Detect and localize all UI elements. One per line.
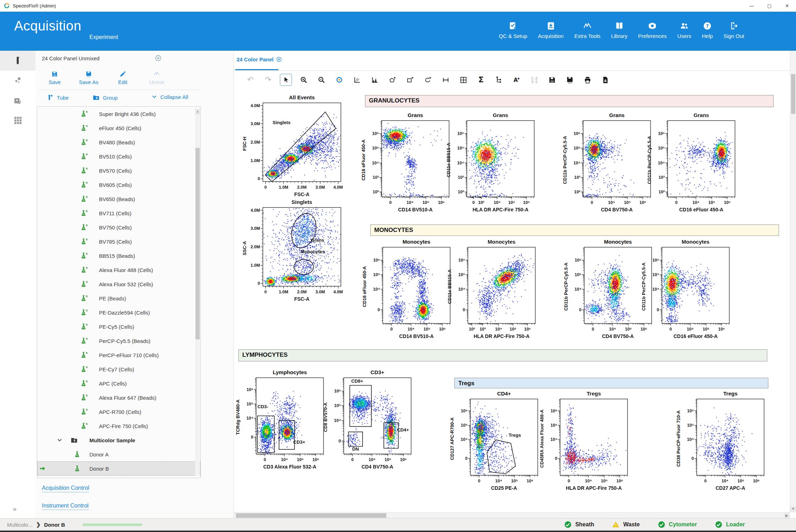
flow-plot-canvas[interactable] — [370, 119, 452, 211]
tube-row-bb515-beads[interactable]: RBB515 (Beads) — [37, 249, 200, 263]
scrollbar-thumb[interactable] — [195, 148, 200, 339]
tool-rectangle-gate-icon[interactable] — [404, 74, 416, 86]
flow-plot-canvas[interactable] — [571, 119, 653, 211]
tube-row-bv650-beads[interactable]: RBV650 (Beads) — [37, 192, 200, 206]
tube-row-super-bright-436-cells[interactable]: RSuper Bright 436 (Cells) — [37, 107, 200, 121]
tool-save-worksheet-as-icon[interactable] — [564, 74, 576, 86]
nav-users[interactable]: Users — [678, 21, 691, 39]
tube-row-pe-cy7-cells[interactable]: RPE-Cy7 (Cells) — [37, 362, 200, 376]
horizontal-scrollbar-thumb[interactable] — [236, 513, 386, 518]
tube-row-efluor-450-cells[interactable]: ReFluor 450 (Cells) — [37, 121, 200, 135]
add-tube-button[interactable]: Tube — [46, 94, 69, 101]
instrument-control-link[interactable]: Instrument Control — [42, 503, 89, 510]
add-group-button[interactable]: Group — [92, 94, 118, 101]
tube-row-bv785-cells[interactable]: RBV785 (Cells) — [37, 234, 200, 249]
tab-24-color-panel[interactable]: 24 Color Panel — [237, 56, 282, 62]
tool-statistics-icon[interactable]: Σ — [475, 74, 487, 86]
tool-interval-gate-icon[interactable] — [440, 74, 452, 86]
rail-item-experiment-tube-icon[interactable] — [0, 51, 35, 71]
tool-polygon-gate-icon[interactable] — [386, 74, 398, 86]
flow-plot-canvas[interactable] — [456, 246, 538, 338]
scrollbar-up-arrow[interactable]: ▲ — [195, 109, 200, 115]
tool-scatter-plot-icon[interactable] — [351, 74, 363, 86]
section-banner-lymphocytes[interactable]: LYMPHOCYTES — [238, 349, 767, 361]
flow-plot-canvas[interactable] — [371, 246, 453, 338]
tube-row-donor-b[interactable]: Donor B — [37, 461, 200, 476]
flow-plot-canvas[interactable] — [650, 246, 732, 338]
horizontal-scrollbar[interactable]: ▶ — [234, 512, 790, 519]
tube-row-percp-efluor-710-cells[interactable]: RPerCP-eFluor 710 (Cells) — [37, 348, 200, 362]
edit-button[interactable]: Edit — [108, 66, 138, 89]
tube-row-donor-a[interactable]: Donor A — [37, 447, 200, 461]
rail-collapse-chevron[interactable]: » — [13, 505, 17, 513]
maximize-button[interactable]: ▢ — [761, 0, 778, 11]
flow-plot-canvas[interactable] — [455, 119, 537, 211]
tool-dot-plot-icon[interactable] — [333, 74, 345, 86]
tube-row-alexa-fluor-647-beads[interactable]: RAlexa Fluor 647 (Beads) — [37, 390, 200, 405]
tool-hierarchy-icon[interactable] — [493, 74, 505, 86]
rail-item-module-icon[interactable] — [0, 90, 35, 110]
nav-extra-tools[interactable]: Extra Tools — [574, 21, 601, 39]
vertical-scrollbar-thumb[interactable] — [791, 74, 795, 114]
flow-plot-canvas[interactable] — [656, 119, 738, 211]
tool-zoom-out-icon[interactable] — [315, 74, 327, 86]
tube-row-percp-cy5-5-beads[interactable]: RPerCP-Cy5.5 (Beads) — [37, 334, 200, 348]
tube-row-bv711-cells[interactable]: RBV711 (Cells) — [37, 206, 200, 220]
tube-row-pe-cy5-cells[interactable]: RPE-Cy5 (Cells) — [37, 320, 200, 334]
status-sheath[interactable]: Sheath — [564, 521, 594, 528]
tube-row-bv750-cells[interactable]: RBV750 (Cells) — [37, 220, 200, 234]
rail-item-dots-icon[interactable] — [0, 71, 35, 90]
flow-plot-canvas[interactable] — [548, 398, 630, 489]
tube-row-apc-fire-750-cells[interactable]: RAPC-Fire 750 (Cells) — [37, 419, 200, 433]
tube-row-alexa-fluor-488-cells[interactable]: RAlexa Fluor 488 (Cells) — [37, 263, 200, 277]
acquisition-control-link[interactable]: Acquisition Control — [42, 485, 89, 492]
flow-plot-canvas[interactable] — [244, 376, 326, 468]
tube-row-bv510-cells[interactable]: RBV510 (Cells) — [37, 149, 200, 164]
chevron-down-icon[interactable] — [56, 437, 63, 443]
collapse-all-button[interactable]: Collapse All — [151, 94, 188, 100]
tool-export-pdf-icon[interactable]: A — [599, 74, 611, 86]
tool-pointer-icon[interactable] — [280, 74, 292, 86]
scrollbar-down-arrow[interactable]: ▼ — [790, 506, 796, 512]
tool-add-text-icon[interactable]: A — [510, 74, 523, 86]
scrollbar-right-arrow[interactable]: ▶ — [784, 513, 790, 518]
tube-row-bv570-cells[interactable]: RBV570 (Cells) — [37, 164, 200, 178]
tool-zoom-in-icon[interactable] — [298, 74, 310, 86]
tool-quad-gate-icon[interactable] — [457, 74, 469, 86]
nav-help[interactable]: ?Help — [702, 21, 713, 39]
section-banner-monocytes[interactable]: MONOCYTES — [370, 225, 779, 236]
close-button[interactable]: ✕ — [778, 0, 796, 11]
status-waste[interactable]: Waste — [612, 521, 640, 528]
status-cytometer[interactable]: Cytometer — [658, 521, 697, 528]
tool-ellipse-gate-icon[interactable] — [422, 74, 434, 86]
tube-row-apc-cells[interactable]: RAPC (Cells) — [37, 376, 200, 390]
nav-qc-setup[interactable]: QC & Setup — [499, 21, 527, 39]
flow-plot-canvas[interactable] — [332, 376, 414, 468]
tool-print-icon[interactable] — [581, 74, 593, 86]
tool-save-worksheet-icon[interactable] — [546, 74, 558, 86]
minimize-button[interactable]: — — [743, 0, 761, 11]
flow-plot-canvas[interactable] — [685, 398, 767, 489]
save-button[interactable]: Save — [40, 66, 70, 89]
tube-row-pe-dazzle594-cells[interactable]: RPE-Dazzle594 (Cells) — [37, 305, 200, 320]
tool-histogram-icon[interactable] — [369, 74, 381, 86]
nav-sign-out[interactable]: Sign Out — [724, 21, 744, 39]
breadcrumb-parent[interactable]: Multicolo... — [7, 522, 33, 528]
section-banner-tregs[interactable]: Tregs — [454, 378, 768, 388]
save-as-button[interactable]: Save As — [74, 66, 104, 89]
tube-row-alexa-fluor-532-cells[interactable]: RAlexa Fluor 532 (Cells) — [37, 277, 200, 291]
experiment-close-icon[interactable] — [155, 55, 162, 62]
tube-row-apc-r700-cells[interactable]: RAPC-R700 (Cells) — [37, 405, 200, 419]
vertical-scrollbar[interactable]: ▼ — [790, 51, 796, 512]
group-row-multicolor-sample[interactable]: SMulticolor Sample — [37, 433, 200, 447]
flow-plot-canvas[interactable] — [251, 206, 344, 300]
tube-row-bv480-beads[interactable]: RBV480 (Beads) — [37, 135, 200, 149]
nav-preferences[interactable]: Preferences — [638, 21, 667, 39]
tube-row-pe-beads[interactable]: RPE (Beads) — [37, 291, 200, 305]
flow-plot-canvas[interactable] — [458, 398, 541, 489]
flow-plot-canvas[interactable] — [251, 101, 344, 196]
status-loader[interactable]: Loader — [715, 521, 745, 528]
tube-list-scrollbar[interactable]: ▲ — [195, 109, 200, 476]
tube-row-bv605-cells[interactable]: RBV605 (Cells) — [37, 178, 200, 192]
section-banner-granulocytes[interactable]: GRANULOCYTES — [365, 95, 774, 107]
